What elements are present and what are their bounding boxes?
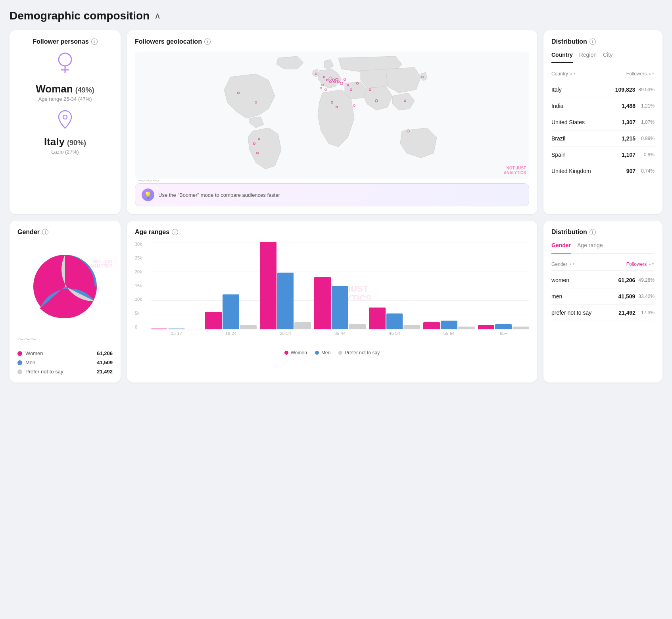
- gender-legend: Women 61,206 Men 41,509 Prefer not to sa…: [17, 350, 113, 375]
- distribution-gender-tabs: Gender Age range: [551, 242, 655, 254]
- men-dot: [17, 360, 22, 365]
- gender-title: Gender i: [17, 229, 113, 236]
- bar-women-55-64: [423, 322, 440, 329]
- women-dot: [17, 351, 22, 356]
- women-value: 61,206: [97, 350, 113, 356]
- age-ranges-title: Age ranges i: [135, 229, 529, 236]
- geolocation-info-icon[interactable]: i: [204, 38, 211, 45]
- distribution-country-title: Distribution i: [551, 38, 655, 45]
- age-chart-legend: Women Men Prefer not to say: [135, 350, 529, 356]
- persona-location-pct: (90%): [67, 139, 86, 147]
- other-dot: [17, 369, 22, 374]
- table-row: India 1,4881.21%: [551, 98, 655, 114]
- legend-dot-women: [284, 351, 288, 355]
- table-row: men 41,50933.42%: [551, 288, 655, 305]
- location-pin-icon: [57, 110, 73, 133]
- chart-bars: [135, 242, 529, 329]
- distribution-gender-title: Distribution i: [551, 229, 655, 236]
- boomer-banner[interactable]: 💡 Use the "Boomer" mode to compare audie…: [135, 183, 529, 206]
- women-label: Women: [25, 350, 43, 356]
- bar-group-55-64: [423, 321, 474, 329]
- bar-other-65plus: [513, 327, 529, 329]
- gender-watermark: NOT JUSTANALYTICS: [90, 260, 113, 268]
- followers-gender-sort-icon[interactable]: ▲▼: [648, 263, 655, 266]
- legend-dot-men: [315, 351, 319, 355]
- distribution-country-rows: Italy 109,82389.53% India 1,4881.21% Uni…: [551, 82, 655, 179]
- other-value: 21,492: [97, 369, 113, 375]
- table-row: Spain 1,1070.9%: [551, 147, 655, 163]
- bar-men-25-34: [277, 273, 294, 329]
- legend-dot-other: [338, 351, 342, 355]
- tab-gender[interactable]: Gender: [551, 242, 571, 254]
- bar-men-65plus: [495, 324, 512, 329]
- persona-gender-sub: Age range 25-34 (47%): [38, 96, 92, 102]
- bar-women-18-24: [205, 312, 222, 329]
- table-row: prefer not to say 21,49217.3%: [551, 305, 655, 321]
- tab-region[interactable]: Region: [579, 52, 597, 60]
- bar-women-13-17: [151, 329, 167, 329]
- persona-gender-pct: (49%): [75, 86, 94, 94]
- bar-men-35-44: [332, 286, 348, 329]
- bar-men-18-24: [223, 294, 239, 329]
- persona-location-sub: Lazio (27%): [51, 149, 79, 155]
- follower-personas-info-icon[interactable]: i: [91, 38, 98, 45]
- distribution-gender-table-header: Gender ▲▼ Followers ▲▼: [551, 260, 655, 271]
- distribution-gender-card: Distribution i Gender Age range Gender ▲…: [543, 221, 662, 383]
- legend-item-women: Women: [284, 350, 307, 356]
- bar-men-13-17: [168, 329, 185, 329]
- x-label-65plus: 65+: [478, 331, 529, 336]
- collapse-chevron[interactable]: ∧: [154, 11, 161, 21]
- gender-mountain-icon: 〜〜〜: [17, 336, 113, 344]
- mountain-icon: 〜〜〜: [138, 176, 159, 186]
- distribution-country-tabs: Country Region City: [551, 52, 655, 63]
- x-label-25-34: 25-34: [260, 331, 311, 336]
- follower-personas-title: Follower personas i: [33, 38, 97, 45]
- tab-age-range[interactable]: Age range: [577, 242, 603, 250]
- other-label: Prefer not to say: [25, 369, 63, 375]
- age-ranges-info-icon[interactable]: i: [172, 229, 178, 235]
- gender-sort-icon[interactable]: ▲▼: [569, 263, 575, 266]
- country-sort-icon[interactable]: ▲▼: [570, 72, 576, 75]
- svg-point-0: [59, 53, 71, 66]
- map-watermark: NOT JUST ANALYTICS: [504, 166, 526, 175]
- x-label-45-54: 45-54: [369, 331, 420, 336]
- followers-sort-icon[interactable]: ▲▼: [648, 72, 655, 75]
- legend-row-women: Women 61,206: [17, 350, 113, 356]
- legend-item-men: Men: [315, 350, 330, 356]
- distribution-gender-info-icon[interactable]: i: [589, 229, 596, 235]
- x-label-13-17: 13-17: [151, 331, 202, 336]
- tab-city[interactable]: City: [603, 52, 612, 60]
- bar-other-13-17: [186, 329, 202, 329]
- svg-point-32: [325, 89, 327, 91]
- col-followers-label: Followers ▲▼: [626, 71, 655, 77]
- col-gender-label: Gender ▲▼: [551, 261, 575, 267]
- svg-point-28: [353, 105, 355, 107]
- distribution-country-info-icon[interactable]: i: [589, 38, 596, 45]
- page-title: Demographic composition: [10, 10, 150, 22]
- tab-country[interactable]: Country: [551, 52, 573, 63]
- bar-group-45-54: [369, 308, 420, 329]
- bar-women-65plus: [478, 325, 495, 329]
- persona-gender-section: Woman (49%) Age range 25-34 (47%): [36, 52, 94, 102]
- gender-info-icon[interactable]: i: [42, 229, 48, 235]
- persona-gender-label: Woman: [36, 83, 73, 95]
- follower-personas-card: Follower personas i Woman (49%) Age rang…: [10, 30, 121, 214]
- bar-women-35-44: [314, 277, 331, 329]
- legend-row-men: Men 41,509: [17, 359, 113, 365]
- svg-point-13: [344, 79, 346, 81]
- x-label-35-44: 35-44: [314, 331, 365, 336]
- boomer-text: Use the "Boomer" mode to compare audienc…: [158, 192, 280, 198]
- table-row: Brazil 1,2150.99%: [551, 131, 655, 147]
- col-followers-label-gender: Followers ▲▼: [626, 261, 655, 267]
- legend-row-other: Prefer not to say 21,492: [17, 369, 113, 375]
- bar-other-18-24: [240, 325, 257, 329]
- age-bar-chart: NOT JUSTANALYTICS 0 5k 10k 15k 20k 25k 3…: [135, 242, 529, 345]
- table-row: women 61,20649.28%: [551, 272, 655, 288]
- bar-other-35-44: [349, 324, 366, 329]
- bar-other-55-64: [458, 327, 475, 329]
- x-axis: 13-17 18-24 25-34 35-44 45-54 55-64 65+: [135, 331, 529, 336]
- svg-point-31: [320, 87, 322, 89]
- distribution-country-table-header: Country ▲▼ Followers ▲▼: [551, 69, 655, 80]
- bar-women-25-34: [260, 242, 276, 329]
- bar-group-25-34: [260, 242, 311, 329]
